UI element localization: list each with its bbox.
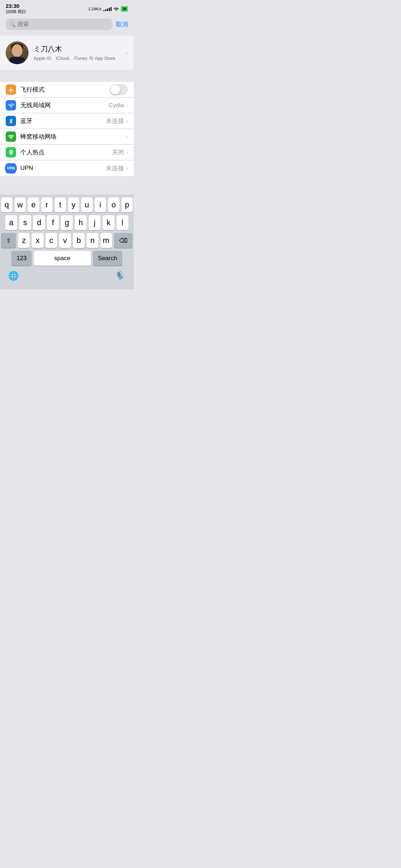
airplane-mode-label: 飞行模式	[20, 86, 110, 94]
status-left: 23:30 10/06 周日	[6, 3, 26, 14]
cellular-label: 蜂窝移动网络	[20, 133, 126, 141]
bluetooth-chevron-icon: ›	[126, 118, 128, 124]
key-f[interactable]: f	[47, 215, 59, 230]
key-o[interactable]: o	[108, 197, 119, 212]
bluetooth-value: 未连接	[106, 117, 124, 125]
cancel-button[interactable]: 取消	[116, 20, 128, 29]
cellular-icon	[6, 131, 16, 142]
profile-left: ミ刀八木 Apple ID、iCloud、iTunes 与 App Store	[6, 41, 115, 64]
airplane-mode-toggle[interactable]	[110, 84, 128, 95]
vpn-row[interactable]: VPN UPN 未连接 ›	[0, 160, 134, 176]
key-m[interactable]: m	[101, 233, 112, 248]
key-r[interactable]: r	[41, 197, 53, 212]
key-b[interactable]: b	[73, 233, 84, 248]
key-d[interactable]: d	[33, 215, 45, 230]
key-i[interactable]: i	[95, 197, 106, 212]
shift-key[interactable]: ⇧	[1, 233, 16, 248]
signal-icon	[103, 7, 112, 11]
key-c[interactable]: c	[46, 233, 57, 248]
bluetooth-icon	[6, 116, 16, 126]
wifi-label: 无线局域网	[20, 101, 108, 109]
cellular-row[interactable]: 蜂窝移动网络 ›	[0, 129, 134, 145]
vpn-label: UPN	[20, 165, 106, 172]
cellular-chevron-icon: ›	[126, 134, 128, 140]
avatar	[6, 41, 29, 64]
bluetooth-label: 蓝牙	[20, 117, 106, 125]
profile-name: ミ刀八木	[34, 44, 115, 54]
network-settings-section: 飞行模式 无线局域网 Cydia › 蓝牙 未连接 ›	[0, 82, 134, 176]
profile-row[interactable]: ミ刀八木 Apple ID、iCloud、iTunes 与 App Store …	[0, 36, 134, 70]
vpn-chevron-icon: ›	[126, 165, 128, 171]
wifi-chevron-icon: ›	[126, 102, 128, 109]
keyboard: q w e r t y u i o p a s d f g h j k l ⇧ …	[0, 195, 134, 289]
key-j[interactable]: j	[89, 215, 101, 230]
airplane-mode-row[interactable]: 飞行模式	[0, 82, 134, 98]
key-z[interactable]: z	[18, 233, 30, 248]
wifi-status-icon	[113, 6, 119, 12]
keyboard-row-3: ⇧ z x c v b n m ⌫	[1, 233, 133, 248]
status-right: 1.24K/s 38	[88, 6, 128, 12]
key-v[interactable]: v	[59, 233, 71, 248]
status-time: 23:30	[6, 3, 26, 9]
wifi-row[interactable]: 无线局域网 Cydia ›	[0, 98, 134, 113]
key-n[interactable]: n	[87, 233, 98, 248]
hotspot-icon	[6, 147, 16, 157]
key-u[interactable]: u	[81, 197, 93, 212]
keyboard-row-4: 123 space Search	[1, 251, 133, 266]
key-t[interactable]: t	[55, 197, 66, 212]
vpn-icon: VPN	[6, 163, 16, 174]
hotspot-value: 关闭	[112, 148, 124, 156]
status-date: 10/06 周日	[6, 9, 26, 14]
key-h[interactable]: h	[75, 215, 87, 230]
vpn-badge-text: VPN	[5, 165, 17, 171]
numbers-key[interactable]: 123	[11, 251, 31, 266]
profile-subtitle: Apple ID、iCloud、iTunes 与 App Store	[34, 55, 115, 62]
bluetooth-row[interactable]: 蓝牙 未连接 ›	[0, 113, 134, 129]
search-input[interactable]	[17, 21, 109, 27]
wifi-value: Cydia	[108, 102, 124, 109]
key-a[interactable]: a	[5, 215, 17, 230]
key-k[interactable]: k	[103, 215, 114, 230]
key-s[interactable]: s	[19, 215, 31, 230]
wifi-icon	[6, 100, 16, 110]
mic-icon[interactable]: 🎙️	[115, 271, 125, 281]
key-e[interactable]: e	[28, 197, 39, 212]
key-l[interactable]: l	[117, 215, 128, 230]
key-q[interactable]: q	[1, 197, 12, 212]
search-bar-container: 🔍 取消	[0, 16, 134, 33]
search-icon: 🔍	[9, 21, 15, 27]
profile-chevron-icon: ›	[126, 49, 128, 57]
search-input-wrapper[interactable]: 🔍	[6, 19, 112, 30]
hotspot-label: 个人热点	[20, 148, 112, 156]
key-w[interactable]: w	[15, 197, 26, 212]
globe-icon[interactable]: 🌐	[8, 271, 19, 281]
battery-level: 38	[122, 7, 127, 11]
network-speed: 1.24K/s	[88, 7, 101, 11]
key-y[interactable]: y	[68, 197, 79, 212]
keyboard-bottom-bar: 🌐 🎙️	[1, 269, 133, 288]
keyboard-row-1: q w e r t y u i o p	[1, 197, 133, 212]
search-key[interactable]: Search	[93, 251, 122, 266]
battery-indicator: 38	[121, 6, 128, 12]
vpn-value: 未连接	[106, 164, 124, 172]
profile-section: ミ刀八木 Apple ID、iCloud、iTunes 与 App Store …	[0, 36, 134, 70]
key-p[interactable]: p	[122, 197, 133, 212]
hotspot-row[interactable]: 个人热点 关闭 ›	[0, 145, 134, 160]
space-key[interactable]: space	[34, 251, 91, 266]
hotspot-chevron-icon: ›	[126, 149, 128, 156]
airplane-mode-icon	[6, 84, 16, 95]
status-bar: 23:30 10/06 周日 1.24K/s 38	[0, 0, 134, 16]
key-x[interactable]: x	[32, 233, 43, 248]
settings-group: 飞行模式 无线局域网 Cydia › 蓝牙 未连接 ›	[0, 82, 134, 176]
profile-info: ミ刀八木 Apple ID、iCloud、iTunes 与 App Store	[34, 44, 115, 62]
key-g[interactable]: g	[61, 215, 73, 230]
keyboard-row-2: a s d f g h j k l	[1, 215, 133, 230]
delete-key[interactable]: ⌫	[114, 233, 133, 248]
